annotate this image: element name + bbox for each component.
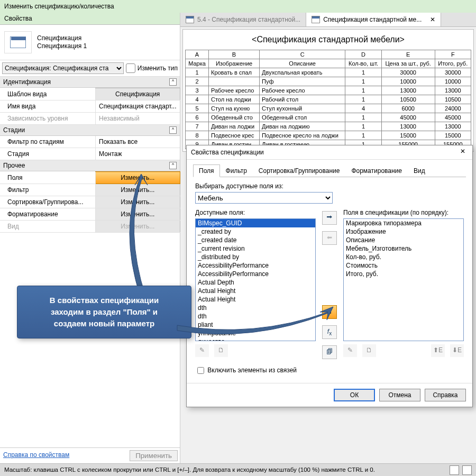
section-phases[interactable]: Стадии^: [0, 125, 180, 136]
status-icon-2[interactable]: [462, 465, 472, 475]
schedule-title: <Спецификация стандартной мебели>: [185, 32, 471, 50]
dialog-tab-3[interactable]: Форматирование: [345, 164, 408, 177]
cancel-button[interactable]: Отмена: [379, 389, 420, 401]
table-row[interactable]: 2Пуф11000010000: [186, 77, 471, 86]
list-item[interactable]: Маркировка типоразмера: [344, 219, 463, 227]
ok-button[interactable]: ОК: [334, 389, 375, 401]
gear-icon: [126, 63, 135, 73]
edit-param-button[interactable]: ✎: [195, 344, 209, 357]
table-row[interactable]: 4Стол на лоджиРабочий стол11050010500: [186, 95, 471, 104]
col-header[interactable]: Итого, руб.: [435, 59, 471, 68]
prop-name: Имя вида: [0, 100, 96, 113]
list-item[interactable]: _current revision: [196, 244, 315, 253]
move-up-button: ⬆E: [431, 344, 445, 357]
collapse-icon[interactable]: ^: [169, 78, 177, 86]
status-icon-1[interactable]: [450, 465, 459, 475]
tutorial-callout: В свойствах спецификации заходим в разде…: [17, 286, 191, 338]
type-name: Спецификация: [37, 34, 87, 42]
prop-name: Сортировка/Группирова...: [0, 196, 96, 208]
section-identification[interactable]: Идентификация^: [0, 77, 180, 88]
table-row[interactable]: 3Рабочее креслоРабочее кресло11300013000: [186, 86, 471, 95]
col-letter[interactable]: E: [381, 50, 435, 59]
move-down-button: ⬇E: [450, 344, 464, 357]
type-subname: Спецификация 1: [37, 42, 87, 50]
prop-name: Шаблон вида: [0, 88, 96, 100]
category-dropdown[interactable]: Мебель: [195, 192, 333, 204]
add-field-button[interactable]: ⮕: [322, 211, 337, 225]
edit-type-button[interactable]: Изменить тип: [126, 63, 178, 73]
dialog-tab-2[interactable]: Сортировка/Группирование: [253, 164, 346, 177]
properties-help-link[interactable]: Справка по свойствам: [0, 448, 72, 463]
in-schedule-fields-label: Поля в спецификации (по порядку):: [343, 209, 464, 216]
dialog-tab-1[interactable]: Фильтр: [220, 164, 253, 177]
list-item[interactable]: Изображение: [344, 227, 463, 236]
include-links-checkbox[interactable]: Включить элементы из связей: [195, 367, 297, 374]
help-button[interactable]: Справка: [425, 389, 466, 401]
schedule-table[interactable]: ABCDEF МаркаИзображениеОписаниеКол-во, ш…: [185, 50, 471, 149]
apply-button[interactable]: Применить: [130, 450, 178, 461]
prop-name: Стадия: [0, 148, 96, 160]
list-item[interactable]: AccessibilityPerformance: [196, 270, 315, 278]
schedule-tab-icon: [312, 16, 320, 23]
list-item[interactable]: Actual Depth: [196, 278, 315, 287]
table-row[interactable]: 6Обеденный стоОбеденный стол14500045000: [186, 113, 471, 122]
table-row[interactable]: 8Подвесное кресПодвесное кресло на лоджи…: [186, 131, 471, 140]
table-row[interactable]: 5Стул на кухнюСтул кухонный4600024000: [186, 104, 471, 113]
list-item[interactable]: BIMspec_GUID: [196, 219, 315, 227]
list-item[interactable]: _created by: [196, 227, 315, 236]
list-item[interactable]: AccessibilityPerformance: [196, 261, 315, 270]
col-header[interactable]: Описание: [260, 59, 345, 68]
collapse-icon[interactable]: ^: [169, 126, 177, 134]
instance-selector[interactable]: Спецификация: Спецификация ста: [2, 62, 124, 74]
dialog-tabs: ПоляФильтрСортировка/ГруппированиеФормат…: [193, 164, 466, 177]
callout-arrow: [175, 301, 338, 344]
phase-value[interactable]: Монтаж: [96, 148, 180, 160]
col-letter[interactable]: F: [435, 50, 471, 59]
prop-name: Вид: [0, 221, 96, 233]
list-item[interactable]: Мебель_Изготовитель: [344, 244, 463, 253]
list-item[interactable]: _distributed by: [196, 253, 315, 261]
col-letter[interactable]: D: [345, 50, 382, 59]
view-template-value[interactable]: Спецификация: [96, 88, 180, 100]
col-header[interactable]: Марка: [186, 59, 209, 68]
window-title-bar: Изменить спецификацию/количества: [0, 0, 476, 13]
schedule-icon: [4, 31, 32, 53]
prop-name: Фильтр: [0, 184, 96, 196]
schedule-view: <Спецификация стандартной мебели> ABCDEF…: [182, 29, 474, 152]
schedule-tab-icon: [186, 16, 194, 23]
list-item[interactable]: Итого, руб.: [344, 270, 463, 278]
view-name-value[interactable]: Спецификация стандарт...: [96, 100, 180, 113]
col-header[interactable]: Цена за шт., руб.: [381, 59, 435, 68]
choose-fields-label: Выбирать доступные поля из:: [195, 182, 464, 190]
col-header[interactable]: Кол-во, шт.: [345, 59, 382, 68]
prop-name: Форматирование: [0, 208, 96, 221]
doc-tab-1[interactable]: Спецификация стандартной ме...✕: [306, 13, 441, 26]
prop-name: Поля: [0, 172, 96, 184]
new-param-button[interactable]: 🗋: [214, 344, 228, 357]
list-item[interactable]: Описание: [344, 236, 463, 244]
col-letter[interactable]: C: [260, 50, 345, 59]
available-fields-label: Доступные поля:: [195, 209, 316, 216]
col-header[interactable]: Изображение: [208, 59, 259, 68]
type-selector[interactable]: Спецификация Спецификация 1: [0, 25, 180, 60]
dialog-tab-0[interactable]: Поля: [193, 164, 220, 177]
col-letter[interactable]: A: [186, 50, 209, 59]
list-item[interactable]: Кол-во, руб.: [344, 253, 463, 261]
dialog-close-button[interactable]: ✕: [457, 148, 468, 157]
dialog-tab-4[interactable]: Вид: [408, 164, 431, 177]
doc-tab-0[interactable]: 5.4 - Спецификация стандартной...: [180, 13, 306, 26]
table-row[interactable]: 7Диван на лоджиДиван на лоджию1130001300…: [186, 122, 471, 131]
table-row[interactable]: 1Кровать в спалДвухспальная кровать13000…: [186, 68, 471, 77]
list-item[interactable]: Actual Height: [196, 287, 315, 295]
schedule-fields-listbox[interactable]: Маркировка типоразмераИзображениеОписани…: [343, 218, 464, 341]
close-tab-icon[interactable]: ✕: [430, 16, 435, 23]
combine-params-button[interactable]: 🗐: [322, 345, 337, 359]
list-item[interactable]: _created date: [196, 236, 315, 244]
remove-field-button[interactable]: ⬅: [322, 231, 337, 245]
dialog-title: Свойства спецификации: [191, 149, 264, 156]
document-tabs: 5.4 - Спецификация стандартной... Специф…: [180, 13, 476, 27]
col-letter[interactable]: B: [208, 50, 259, 59]
list-item[interactable]: Стоимость: [344, 261, 463, 270]
prop-name: Фильтр по стадиям: [0, 136, 96, 148]
phase-filter-value[interactable]: Показать все: [96, 136, 180, 148]
